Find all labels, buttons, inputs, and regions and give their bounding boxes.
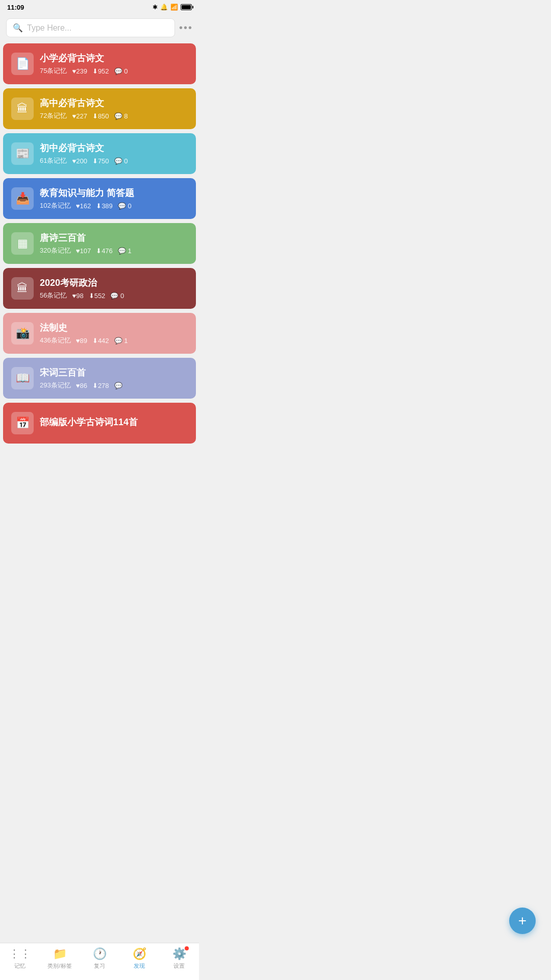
deck-title: 部编版小学古诗词114首 — [40, 416, 188, 428]
battery-icon — [181, 4, 192, 10]
deck-title: 小学必背古诗文 — [40, 52, 188, 64]
search-bar: 🔍 Type Here... ••• — [0, 14, 199, 41]
deck-card-2[interactable]: 🏛 高中必背古诗文 72条记忆 ♥227 ⬇850 💬 8 — [3, 88, 196, 129]
search-input-wrap[interactable]: 🔍 Type Here... — [6, 18, 175, 37]
deck-likes: ♥200 — [72, 157, 87, 165]
deck-downloads: ⬇476 — [96, 247, 113, 255]
deck-comments: 💬 0 — [118, 202, 132, 210]
deck-count: 72条记忆 — [40, 111, 67, 120]
deck-count: 75条记忆 — [40, 66, 67, 76]
deck-card-6[interactable]: 🏛 2020考研政治 56条记忆 ♥98 ⬇552 💬 0 — [3, 268, 196, 309]
deck-stats: 293条记忆 ♥86 ⬇278 💬 — [40, 381, 188, 390]
deck-stats: 56条记忆 ♥98 ⬇552 💬 0 — [40, 291, 188, 300]
deck-count: 436条记忆 — [40, 336, 71, 345]
deck-count: 102条记忆 — [40, 201, 71, 210]
deck-count: 61条记忆 — [40, 156, 67, 165]
status-icons: ✱ 🔔 📶 — [153, 4, 192, 11]
deck-card-7[interactable]: 📸 法制史 436条记忆 ♥89 ⬇442 💬 1 — [3, 313, 196, 354]
deck-list: 📄 小学必背古诗文 75条记忆 ♥239 ⬇952 💬 0 🏛 高中必背古诗文 … — [0, 41, 199, 486]
deck-count: 293条记忆 — [40, 381, 71, 390]
deck-card-1[interactable]: 📄 小学必背古诗文 75条记忆 ♥239 ⬇952 💬 0 — [3, 43, 196, 84]
deck-title: 宋词三百首 — [40, 366, 188, 379]
deck-card-8[interactable]: 📖 宋词三百首 293条记忆 ♥86 ⬇278 💬 — [3, 358, 196, 399]
deck-downloads: ⬇850 — [92, 112, 109, 120]
status-time: 11:09 — [7, 4, 24, 11]
deck-title: 2020考研政治 — [40, 277, 188, 289]
deck-likes: ♥107 — [76, 247, 91, 255]
deck-icon: 📅 — [11, 412, 34, 434]
deck-downloads: ⬇552 — [89, 292, 106, 300]
deck-likes: ♥162 — [76, 202, 91, 210]
deck-icon: ▦ — [11, 232, 34, 255]
deck-stats: 102条记忆 ♥162 ⬇389 💬 0 — [40, 201, 188, 210]
deck-downloads: ⬇278 — [92, 382, 109, 389]
deck-comments: 💬 1 — [114, 337, 128, 345]
deck-stats: 75条记忆 ♥239 ⬇952 💬 0 — [40, 66, 188, 76]
deck-likes: ♥89 — [76, 337, 87, 345]
deck-stats: 320条记忆 ♥107 ⬇476 💬 1 — [40, 246, 188, 255]
deck-comments: 💬 0 — [110, 292, 124, 300]
deck-comments: 💬 1 — [118, 247, 132, 255]
deck-title: 高中必背古诗文 — [40, 97, 188, 109]
deck-icon: 📸 — [11, 322, 34, 345]
search-placeholder: Type Here... — [27, 23, 71, 33]
deck-card-4[interactable]: 📥 教育知识与能力 简答题 102条记忆 ♥162 ⬇389 💬 0 — [3, 178, 196, 219]
deck-title: 法制史 — [40, 322, 188, 334]
deck-icon: 📄 — [11, 53, 34, 75]
deck-comments: 💬 — [114, 382, 122, 389]
deck-title: 唐诗三百首 — [40, 232, 188, 244]
deck-downloads: ⬇442 — [92, 337, 109, 345]
status-bar: 11:09 ✱ 🔔 📶 — [0, 0, 199, 14]
deck-count: 56条记忆 — [40, 291, 67, 300]
deck-likes: ♥86 — [76, 382, 87, 389]
more-options-button[interactable]: ••• — [179, 22, 193, 34]
deck-comments: 💬 0 — [114, 157, 128, 165]
deck-likes: ♥239 — [72, 67, 87, 75]
deck-card-5[interactable]: ▦ 唐诗三百首 320条记忆 ♥107 ⬇476 💬 1 — [3, 223, 196, 264]
deck-likes: ♥98 — [72, 292, 83, 300]
notification-icon: 🔔 — [160, 4, 168, 11]
deck-icon: 📰 — [11, 142, 34, 165]
deck-icon: 📥 — [11, 187, 34, 210]
deck-card-9[interactable]: 📅 部编版小学古诗词114首 — [3, 403, 196, 444]
deck-icon: 📖 — [11, 367, 34, 389]
search-icon: 🔍 — [13, 23, 23, 33]
deck-title: 初中必背古诗文 — [40, 142, 188, 154]
deck-stats: 436条记忆 ♥89 ⬇442 💬 1 — [40, 336, 188, 345]
deck-count: 320条记忆 — [40, 246, 71, 255]
deck-downloads: ⬇389 — [96, 202, 113, 210]
deck-stats: 72条记忆 ♥227 ⬇850 💬 8 — [40, 111, 188, 120]
deck-title: 教育知识与能力 简答题 — [40, 187, 188, 199]
bluetooth-icon: ✱ — [153, 4, 158, 11]
deck-card-3[interactable]: 📰 初中必背古诗文 61条记忆 ♥200 ⬇750 💬 0 — [3, 133, 196, 174]
deck-comments: 💬 0 — [114, 67, 128, 75]
deck-downloads: ⬇952 — [92, 67, 109, 75]
wifi-icon: 📶 — [170, 4, 178, 11]
deck-comments: 💬 8 — [114, 112, 128, 120]
deck-icon: 🏛 — [11, 97, 34, 120]
deck-downloads: ⬇750 — [92, 157, 109, 165]
deck-likes: ♥227 — [72, 112, 87, 120]
deck-icon: 🏛 — [11, 277, 34, 300]
deck-stats: 61条记忆 ♥200 ⬇750 💬 0 — [40, 156, 188, 165]
